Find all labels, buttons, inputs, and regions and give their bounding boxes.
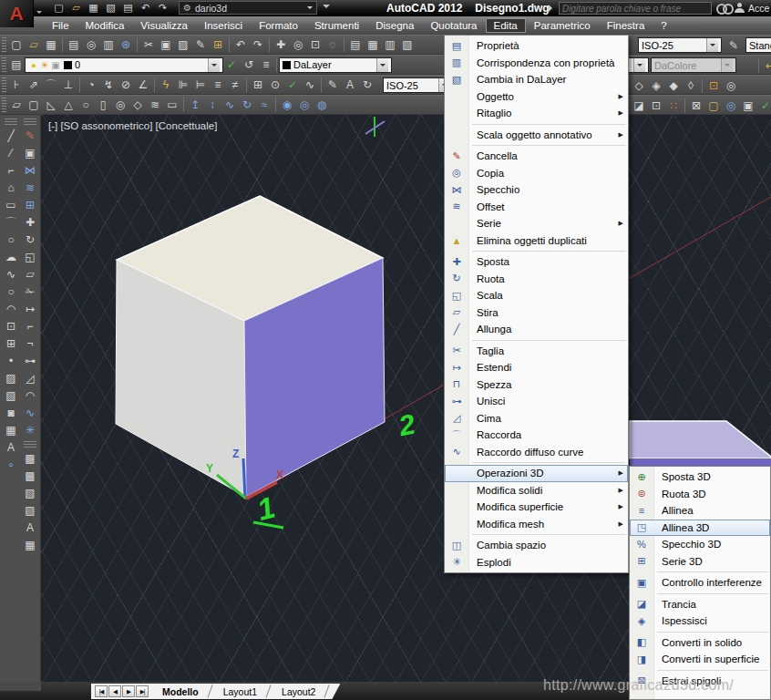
menu-item-ispessisci[interactable]: ◈Ispessisci — [630, 612, 770, 630]
tab-layout2[interactable]: Layout2 — [271, 685, 326, 698]
menu-disegna[interactable]: Disegna — [367, 18, 422, 33]
loft-icon[interactable]: ≈ — [256, 97, 272, 113]
menu-item-cima[interactable]: ◿Cima — [445, 410, 628, 427]
menu-item-serie[interactable]: Serie▶ — [445, 215, 628, 232]
revolve-icon[interactable]: ↻ — [239, 97, 255, 113]
planar-surface-icon[interactable]: ▭ — [164, 97, 180, 113]
send-under-objects-icon[interactable]: ▨ — [22, 502, 39, 520]
quick-dimension-icon[interactable]: ϟ — [158, 77, 174, 93]
search-icon[interactable] — [716, 4, 731, 12]
toolbar-overflow-icon[interactable] — [323, 5, 330, 12]
menu-item-spezza[interactable]: ⊓Spezza — [445, 376, 628, 394]
make-block-icon[interactable]: ⊞ — [3, 335, 20, 353]
explode-icon[interactable]: ✳ — [22, 422, 39, 439]
send-to-back-icon[interactable]: ▩ — [22, 468, 39, 485]
menu-item-trancia[interactable]: ◪Trancia — [630, 596, 770, 613]
search-flyout-icon[interactable] — [549, 5, 556, 12]
redo-icon[interactable]: ↷ — [250, 36, 266, 53]
multiline-text-icon[interactable]: A — [3, 439, 20, 457]
polyline-icon[interactable]: ⌐ — [3, 162, 20, 180]
toolbar-grip[interactable] — [2, 37, 6, 52]
erase-icon[interactable]: ✎ — [22, 128, 39, 145]
copy-icon[interactable]: ▣ — [22, 145, 39, 162]
audit-check-icon[interactable]: ✓ — [757, 98, 771, 114]
visual-style-realistic-icon[interactable]: ◊ — [683, 77, 699, 94]
workspace-dropdown[interactable]: ⚙ dario3d — [179, 1, 317, 15]
menu-item-scala[interactable]: ◱Scala — [445, 287, 628, 304]
design-center-icon[interactable]: ▦ — [365, 36, 381, 53]
revision-cloud-icon[interactable]: ☁ — [3, 249, 20, 266]
camera-icon[interactable]: ⊡ — [705, 77, 722, 94]
menu-item-converti-in-solido[interactable]: ◧Converti in solido — [630, 634, 770, 652]
insert-block-icon[interactable]: ⊡ — [3, 318, 20, 335]
chamfer-icon[interactable]: ◿ — [22, 370, 39, 387]
layer-lock-icon[interactable]: ▣ — [50, 60, 61, 70]
undo-icon[interactable]: ↶ — [138, 1, 153, 15]
layer-freeze-sun-icon[interactable]: ☀ — [39, 60, 50, 70]
text-style-combo[interactable]: Stand — [745, 37, 771, 53]
ellipse-icon[interactable]: ○ — [3, 283, 20, 301]
layer-properties-icon[interactable]: ▤ — [8, 57, 25, 73]
undo-icon[interactable]: ↶ — [232, 36, 249, 53]
array-icon[interactable]: ⊞ — [22, 197, 39, 214]
viewport-controls-label[interactable]: [-] [SO assonometrico] [Concettuale] — [48, 120, 217, 131]
menu-item-oggetto[interactable]: Oggetto▶ — [445, 88, 628, 106]
cone-icon[interactable]: △ — [60, 97, 77, 113]
menu-inserisci[interactable]: Inserisci — [196, 18, 251, 33]
dim-text-edit-icon[interactable]: A — [342, 77, 358, 93]
signin-label[interactable]: Acce — [748, 3, 769, 14]
menu-item-cambia-in-dalayer[interactable]: ▧Cambia in DaLayer — [445, 71, 628, 88]
dim-aligned-icon[interactable]: ⇗ — [26, 77, 42, 93]
dim-angular-icon[interactable]: ∠ — [135, 77, 151, 93]
menu-item-esplodi[interactable]: ✳Esplodi — [445, 554, 628, 571]
convert-to-solid-icon[interactable]: ▣ — [740, 98, 756, 114]
toolbar-grip[interactable] — [2, 57, 6, 72]
new-file-icon[interactable]: ▢ — [51, 1, 67, 15]
match-properties-icon[interactable]: ✎ — [192, 36, 209, 53]
toolbar-grip[interactable] — [5, 118, 17, 125]
arc-icon[interactable]: ⌒ — [3, 214, 20, 232]
toolbar-grip[interactable] — [2, 98, 6, 112]
offset-icon[interactable]: ≋ — [22, 180, 39, 197]
menu-item-controllo-interferenze[interactable]: ▣Controllo interferenze — [630, 574, 770, 592]
logo-caret-icon[interactable] — [36, 11, 42, 16]
menu-item-sposta-3d[interactable]: ⊕Sposta 3D — [630, 468, 770, 486]
subtract-icon[interactable]: ◎ — [296, 97, 313, 113]
ellipse-arc-icon[interactable]: ◠ — [3, 301, 20, 318]
menu-quotatura[interactable]: Quotatura — [422, 18, 485, 33]
dim-radius-icon[interactable]: ◔ — [83, 77, 99, 93]
menu-item-raccorda[interactable]: ⌒Raccorda — [445, 427, 628, 444]
menu-item-sposta[interactable]: ✚Sposta — [445, 253, 628, 271]
box-icon[interactable]: ▢ — [26, 97, 42, 113]
color-combo[interactable]: DaLayer — [279, 57, 392, 73]
prev-tab-button[interactable]: ◀ — [108, 685, 121, 697]
center-mark-icon[interactable]: ⊙ — [267, 77, 283, 93]
dim-space-icon[interactable]: ≡ — [210, 77, 226, 93]
redo-icon[interactable]: ↷ — [155, 1, 170, 15]
annotation-1[interactable]: 1 — [253, 490, 278, 527]
dim-continue-icon[interactable]: ⊨ — [192, 77, 209, 93]
pyramid-icon[interactable]: ◇ — [129, 97, 146, 113]
menu-finestra[interactable]: Finestra — [599, 18, 653, 33]
polysolid-icon[interactable]: ▱ — [8, 97, 25, 113]
text-to-front-icon[interactable]: A — [22, 520, 39, 537]
tolerance-icon[interactable]: ⊞ — [250, 77, 266, 93]
publish-icon[interactable]: ▥ — [100, 36, 117, 53]
toolbar-grip[interactable] — [2, 77, 6, 92]
menu-item-ritaglio[interactable]: Ritaglio▶ — [445, 105, 628, 122]
toolbar-grip[interactable] — [24, 441, 36, 448]
paste-clip-icon[interactable]: ▨ — [175, 36, 191, 53]
dim-style-top-combo[interactable]: ISO-25 — [638, 37, 722, 53]
zoom-previous-icon[interactable]: ◌ — [324, 36, 341, 53]
plot-icon[interactable]: ▤ — [120, 1, 136, 15]
menu-item-allinea-3d[interactable]: ◳Allinea 3D — [630, 520, 770, 537]
combo-button[interactable] — [376, 58, 388, 72]
menu-item-copia[interactable]: ◎Copia — [445, 165, 628, 182]
menu-item-allinea[interactable]: ≡Allinea — [630, 502, 770, 520]
save-as-icon[interactable]: ▧ — [103, 1, 118, 15]
spline-icon[interactable]: ∿ — [3, 266, 20, 283]
dim-style-apply-icon[interactable]: ↤ — [762, 57, 771, 74]
union-icon[interactable]: ◉ — [279, 97, 295, 113]
menu-item-specchio-3d[interactable]: %Specchio 3D — [630, 536, 770, 553]
first-tab-button[interactable]: |◀ — [95, 685, 108, 697]
